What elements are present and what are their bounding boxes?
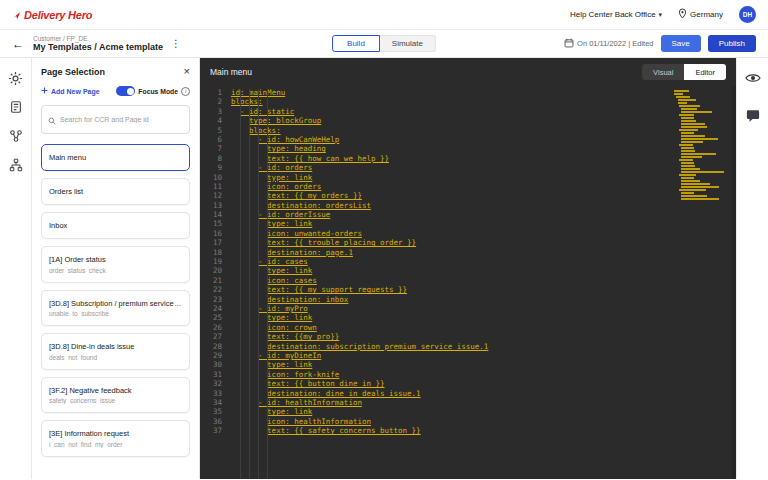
- line-number: 28: [206, 342, 222, 351]
- code-line[interactable]: 3- id: static: [206, 107, 736, 116]
- code-line[interactable]: 14- id: orderIssue: [206, 210, 736, 219]
- app-window: Delivery Hero Help Center Back Office ▾ …: [0, 0, 768, 480]
- page-card[interactable]: Orders list: [41, 178, 190, 205]
- edited-status: On 01/11/2022 | Edited: [564, 38, 653, 50]
- code-line[interactable]: 12text: {{ my_orders }}: [206, 191, 736, 200]
- editor-page-title: Main menu: [210, 67, 252, 77]
- line-number: 30: [206, 360, 222, 369]
- code-line[interactable]: 25type: link: [206, 313, 736, 322]
- visual-mode-button[interactable]: Visual: [642, 64, 684, 80]
- panel-actions: Add New Page Focus Mode i: [41, 86, 190, 96]
- code-line[interactable]: 29- id: myDineIn: [206, 351, 736, 360]
- code-line[interactable]: 35type: link: [206, 407, 736, 416]
- line-text: type: link: [231, 266, 312, 275]
- line-text: text: {{ button_dine_in }}: [231, 379, 385, 388]
- add-new-page-button[interactable]: Add New Page: [41, 87, 100, 95]
- line-number: 12: [206, 191, 222, 200]
- code-line[interactable]: 16icon: unwanted-orders: [206, 229, 736, 238]
- minimap[interactable]: [674, 90, 726, 201]
- code-line[interactable]: 7type: heading: [206, 144, 736, 153]
- simulate-tab[interactable]: Simulate: [380, 35, 436, 52]
- hierarchy-sitemap-icon[interactable]: [8, 157, 24, 173]
- code-line[interactable]: 2blocks:: [206, 97, 736, 106]
- user-avatar[interactable]: DH: [739, 6, 756, 23]
- back-button[interactable]: ←: [12, 37, 24, 51]
- code-line[interactable]: 10type: link: [206, 173, 736, 182]
- line-text: icon: crown: [231, 323, 317, 332]
- code-editor[interactable]: 1id: mainMenu2blocks:3- id: static4type:…: [200, 86, 736, 479]
- code-line[interactable]: 1id: mainMenu: [206, 88, 736, 97]
- code-line[interactable]: 36icon: healthInformation: [206, 417, 736, 426]
- save-button[interactable]: Save: [661, 35, 701, 52]
- code-line[interactable]: 8text: {{ how_can_we_help }}: [206, 154, 736, 163]
- app-title-dropdown[interactable]: Help Center Back Office ▾: [570, 10, 662, 19]
- line-text: destination: subscription_premium_servic…: [231, 342, 488, 351]
- settings-gear-icon[interactable]: [8, 70, 24, 86]
- code-line[interactable]: 6- id: howCanWeHelp: [206, 135, 736, 144]
- page-card[interactable]: [3D.8] Subscription / premium service is…: [41, 290, 190, 327]
- pages-document-icon[interactable]: [8, 99, 24, 115]
- code-line[interactable]: 27text: {{my_pro}}: [206, 332, 736, 341]
- workflow-icon[interactable]: [8, 128, 24, 144]
- minimap-line: [679, 114, 694, 116]
- code-line[interactable]: 15type: link: [206, 219, 736, 228]
- line-text: icon: fork-knife: [231, 370, 339, 379]
- comments-chat-icon[interactable]: [744, 108, 762, 124]
- page-card[interactable]: [3F.2] Negative feedbacksafety_concerns_…: [41, 377, 190, 414]
- code-line[interactable]: 13destination: ordersList: [206, 201, 736, 210]
- minimap-line: [681, 156, 702, 158]
- line-text: text: {{ how_can_we_help }}: [231, 154, 389, 163]
- code-line[interactable]: 33destination: dine_in_deals_issue.1: [206, 389, 736, 398]
- focus-mode-toggle[interactable]: [116, 86, 135, 96]
- code-line[interactable]: 18destination: page.1: [206, 248, 736, 257]
- search-input[interactable]: [60, 116, 183, 123]
- code-line[interactable]: 31icon: fork-knife: [206, 370, 736, 379]
- code-line[interactable]: 22text: {{ my_support_requests }}: [206, 285, 736, 294]
- info-icon[interactable]: i: [181, 87, 190, 96]
- code-line[interactable]: 28destination: subscription_premium_serv…: [206, 342, 736, 351]
- topbar-right: Help Center Back Office ▾ Germany DH: [570, 6, 756, 23]
- editor-mode-button[interactable]: Editor: [684, 64, 726, 80]
- code-line[interactable]: 20type: link: [206, 266, 736, 275]
- preview-eye-icon[interactable]: [744, 70, 762, 86]
- code-line[interactable]: 19- id: cases: [206, 257, 736, 266]
- minimap-line: [679, 144, 693, 146]
- minimap-line: [681, 153, 716, 155]
- code-line[interactable]: 4type: blockGroup: [206, 116, 736, 125]
- build-tab[interactable]: Build: [332, 35, 380, 52]
- code-line[interactable]: 9- id: orders: [206, 163, 736, 172]
- minimap-line: [679, 129, 698, 131]
- code-line[interactable]: 37text: {{ safety_concerns_button }}: [206, 426, 736, 435]
- editor-scrollbar[interactable]: [732, 86, 736, 479]
- code-line[interactable]: 30type: link: [206, 360, 736, 369]
- country-selector[interactable]: Germany: [678, 8, 723, 21]
- code-line[interactable]: 23destination: inbox: [206, 295, 736, 304]
- close-panel-icon[interactable]: ×: [184, 66, 190, 77]
- logo-arrow-icon: [12, 6, 21, 24]
- code-line[interactable]: 32text: {{ button_dine_in }}: [206, 379, 736, 388]
- editor-pane: Main menu Visual Editor 1id: mainMenu2bl…: [200, 58, 736, 479]
- minimap-line: [679, 159, 693, 161]
- code-line[interactable]: 21icon: cases: [206, 276, 736, 285]
- code-line[interactable]: 17text: {{ trouble_placing_order }}: [206, 238, 736, 247]
- line-number: 14: [206, 210, 222, 219]
- code-line[interactable]: 34- id: healthInformation: [206, 398, 736, 407]
- code-line[interactable]: 5blocks:: [206, 126, 736, 135]
- page-card[interactable]: [3E] Information requesti_can_not_find_m…: [41, 420, 190, 457]
- minimap-line: [676, 96, 691, 98]
- page-card[interactable]: [3D.8] Dine-in deals issuedeals_not_foun…: [41, 333, 190, 370]
- minimap-line: [674, 93, 683, 95]
- code-line[interactable]: 26icon: crown: [206, 323, 736, 332]
- page-card[interactable]: Main menu: [41, 144, 190, 171]
- code-line[interactable]: 11icon: orders: [206, 182, 736, 191]
- code-line[interactable]: 24- id: myPro: [206, 304, 736, 313]
- breadcrumb: Customer / FP_DE: [33, 35, 163, 42]
- line-number: 31: [206, 370, 222, 379]
- publish-button[interactable]: Publish: [708, 35, 756, 52]
- page-card[interactable]: Inbox: [41, 212, 190, 239]
- minimap-line: [681, 123, 705, 125]
- kebab-menu-icon[interactable]: ⋮: [171, 38, 181, 49]
- line-number: 27: [206, 332, 222, 341]
- page-card[interactable]: [1A] Order statusorder_status_check: [41, 246, 190, 283]
- line-text: type: link: [231, 407, 312, 416]
